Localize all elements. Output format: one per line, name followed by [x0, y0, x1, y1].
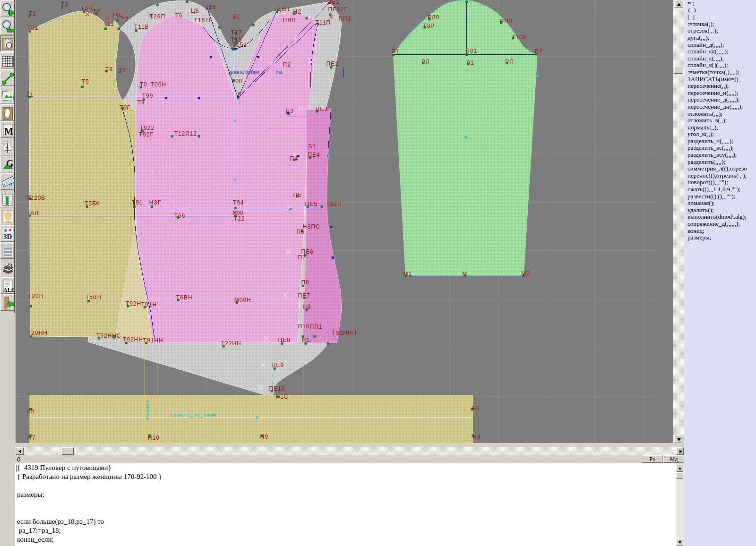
editor-vertical-scrollbar[interactable]	[676, 463, 684, 546]
point-label: ПЕ2	[326, 60, 339, 67]
canvas-horizontal-scrollbar[interactable]	[16, 447, 684, 455]
function-list-item[interactable]: удалить();	[684, 207, 756, 214]
function-list-item[interactable]: сопряжение_д(,,,,,,);	[684, 221, 756, 228]
point-label: Н5	[26, 408, 34, 415]
function-list-item[interactable]: поворот((),,,"");	[684, 179, 756, 186]
svg-text:M: M	[4, 126, 13, 136]
canvas-vertical-scrollbar[interactable]	[673, 0, 684, 446]
function-list-item[interactable]: нормаль(,,);	[684, 124, 756, 131]
scroll-down-button[interactable]	[676, 538, 683, 546]
scroll-up-button[interactable]	[676, 465, 683, 472]
function-list-item[interactable]: ломаная();	[684, 200, 756, 207]
function-list-item[interactable]: сплайн_кк(,,,,,);	[684, 48, 756, 55]
function-list-item[interactable]: разделить_ксу(,,,,);	[684, 152, 756, 159]
scroll-thumb[interactable]	[676, 472, 683, 479]
code-line: рз_17:=рз_18;	[14, 526, 676, 535]
function-list-item[interactable]: ЗАПИСАТЬ(имя=(),	[684, 76, 756, 83]
scroll-thumb[interactable]	[674, 66, 683, 74]
function-list-item[interactable]: отложить(,,,);	[684, 111, 756, 118]
scroll-thumb[interactable]	[61, 447, 74, 455]
function-list-item[interactable]: разделить_н(,,,,,);	[684, 138, 756, 145]
ruler-button[interactable]: 8	[0, 173, 14, 190]
code-editor[interactable]: { 4319 Пуловер с пуговицами}{ Разработан…	[14, 463, 676, 546]
point-label: Т92Н	[126, 300, 141, 307]
image-button[interactable]	[0, 87, 14, 103]
ruler-icon: 8	[2, 175, 14, 189]
spreadsheet-button[interactable]	[0, 191, 14, 207]
function-list-item[interactable]: разделить_кс(,,,,);	[684, 145, 756, 152]
function-list-item[interactable]: сплайн_д(,,,,);	[684, 42, 756, 49]
back-piece-khaki[interactable]	[29, 11, 136, 337]
compass-button[interactable]: A	[0, 139, 14, 155]
scroll-up-button[interactable]	[674, 0, 683, 8]
point-label: Н2	[293, 9, 301, 15]
scroll-right-button[interactable]	[676, 447, 684, 455]
annotation-text: к спинке	[145, 401, 151, 421]
function-list-item[interactable]: угол_к(,,);	[684, 131, 756, 138]
function-list-item[interactable]: пересечение_д(,,,,,);	[684, 96, 756, 103]
graphics-g-button[interactable]: G	[0, 156, 14, 172]
function-list-item[interactable]: разделить(,,,,);	[684, 159, 756, 166]
point-marker	[234, 119, 236, 122]
point-label: П4	[290, 155, 298, 162]
algorithm-button[interactable]: ALG	[0, 277, 14, 294]
scroll-left-button[interactable]	[16, 447, 24, 455]
view-piece-button[interactable]	[0, 35, 14, 51]
function-list-item[interactable]: пересечение(,,);	[684, 83, 756, 90]
segment-button[interactable]	[0, 69, 14, 86]
function-list-item[interactable]: :=метка(точка(,),,,,);	[684, 69, 756, 76]
function-list-item[interactable]: дуга(,,,);	[684, 34, 756, 42]
function-list-item[interactable]: сжать((),,,1.1,0.9,"");	[684, 186, 756, 193]
pattern-piece-button[interactable]	[0, 104, 14, 121]
function-list-item[interactable]: отложить_в(,,);	[684, 117, 756, 124]
point-marker	[116, 20, 119, 22]
function-list-item[interactable]: отрезок( , );	[684, 27, 756, 34]
books-button[interactable]	[0, 260, 14, 276]
point-label: Н1.	[302, 337, 312, 343]
point-label: Т94	[233, 199, 244, 206]
point-label: Т92П	[326, 201, 342, 207]
function-list-item[interactable]: пересечение_дн(,,,,,);	[684, 103, 756, 111]
function-list-item[interactable]: симметрия_л((),отрезо	[684, 165, 756, 172]
point-label: Т5Б	[85, 200, 96, 207]
list-button[interactable]	[0, 242, 14, 259]
function-list-item[interactable]: конец;	[684, 228, 756, 235]
3d-view-button[interactable]: 3D	[0, 225, 14, 242]
band-piece[interactable]	[30, 395, 472, 443]
function-list-item[interactable]: перенос((),отрезок( , ),	[684, 172, 756, 179]
point-label: Т17	[231, 29, 242, 36]
point-label: Т26П	[150, 13, 165, 20]
point-marker	[321, 205, 323, 208]
function-list-item[interactable]: сплайн_к(,,,,);	[684, 55, 756, 62]
zoom-out-button[interactable]	[0, 18, 14, 34]
grid-button[interactable]	[0, 52, 14, 69]
status-value: 0	[17, 456, 20, 463]
code-line	[14, 499, 676, 508]
zoom-in-button[interactable]	[0, 0, 14, 17]
point-marker	[218, 26, 221, 28]
point-label: Т220В	[26, 195, 45, 201]
point-label: ПЕ12Г	[328, 6, 348, 13]
rz-button[interactable]: Рз	[642, 455, 662, 463]
function-list-item[interactable]: [ ]	[684, 14, 756, 21]
svg-text:A: A	[6, 145, 9, 150]
annotation-text: см	[276, 69, 282, 75]
point-label: ПЕ8	[278, 337, 291, 343]
monogram-m-button[interactable]: M	[0, 121, 14, 138]
point-marker	[330, 226, 333, 228]
function-list-item[interactable]: выполнить(dmod\.alg);	[684, 213, 756, 221]
md-button[interactable]: Мд	[663, 455, 684, 463]
function-list-item[interactable]: размеры;	[684, 234, 756, 241]
function-list-item[interactable]: = ;	[684, 0, 756, 7]
drawing-canvas[interactable]: Т1Т01Т3Т3ПТ4Т4БТ11Т7Т11ВТ26ПТ6Ц6Т16Т151Г…	[16, 0, 673, 446]
portrait-button[interactable]	[0, 208, 14, 224]
function-list-item[interactable]: сплайн_к[](,,,,);	[684, 62, 756, 69]
function-list-item[interactable]: пересечение_н(,,,,);	[684, 90, 756, 97]
sweep-button[interactable]	[0, 294, 14, 311]
scroll-down-button[interactable]	[674, 435, 683, 443]
point-label: Л12	[186, 130, 197, 137]
point-label: Т20НН	[27, 330, 48, 336]
function-list-item[interactable]: развести((),(),,,"");	[684, 193, 756, 200]
function-list-item[interactable]: :=точка(,);	[684, 21, 756, 28]
function-list-item[interactable]: { }	[684, 7, 756, 14]
